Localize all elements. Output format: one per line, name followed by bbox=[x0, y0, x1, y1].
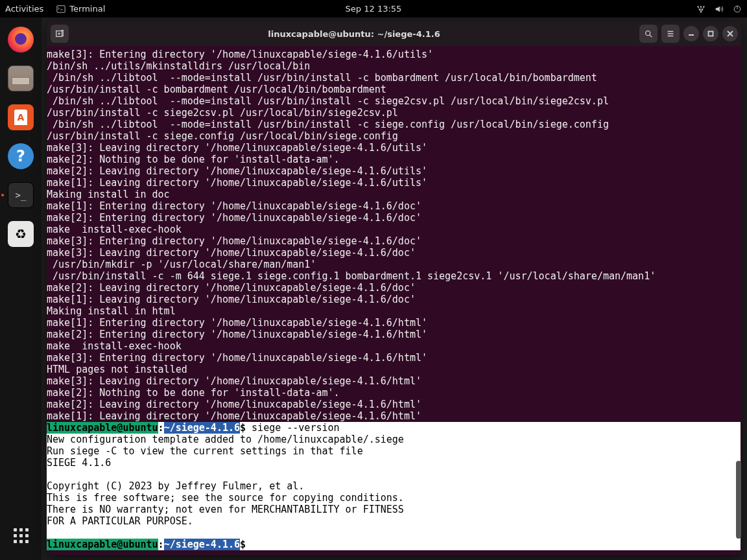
cursor-position[interactable] bbox=[246, 539, 252, 550]
terminal-line: make[2]: Leaving directory '/home/linuxc… bbox=[47, 399, 741, 410]
terminal-line: Making install in html bbox=[47, 305, 741, 317]
terminal-icon: >_ bbox=[8, 182, 34, 208]
terminal-line: There is NO warranty; not even for MERCH… bbox=[47, 504, 741, 515]
maximize-button[interactable] bbox=[703, 26, 718, 41]
terminal-line: make[1]: Entering directory '/home/linux… bbox=[47, 200, 741, 212]
search-icon bbox=[644, 29, 653, 38]
activities-button[interactable]: Activities bbox=[5, 4, 43, 14]
trash-icon: ♻ bbox=[8, 221, 34, 247]
dock: ? >_ ♻ bbox=[0, 18, 42, 560]
minimize-icon bbox=[688, 30, 694, 37]
help-icon: ? bbox=[8, 143, 34, 169]
terminal-line: make[2]: Nothing to be done for 'install… bbox=[47, 387, 741, 399]
terminal-scrollbar[interactable] bbox=[735, 46, 741, 555]
terminal-line: make[1]: Entering directory '/home/linux… bbox=[47, 317, 741, 329]
terminal-line: make[1]: Leaving directory '/home/linuxc… bbox=[47, 410, 741, 422]
command-text: siege --version bbox=[246, 422, 340, 434]
terminal-line: /bin/sh ../libtool --mode=install /usr/b… bbox=[47, 72, 741, 84]
menu-button[interactable] bbox=[661, 25, 680, 43]
terminal-line: /bin/sh ../utils/mkinstalldirs /usr/loca… bbox=[47, 60, 741, 72]
new-tab-icon bbox=[55, 29, 64, 38]
active-app-name: Terminal bbox=[69, 4, 105, 14]
terminal-line: make[2]: Entering directory '/home/linux… bbox=[47, 329, 741, 340]
scrollbar-thumb[interactable] bbox=[736, 461, 741, 539]
maximize-icon bbox=[707, 30, 714, 37]
terminal-line: make[3]: Leaving directory '/home/linuxc… bbox=[47, 247, 741, 259]
terminal-line: make[3]: Leaving directory '/home/linuxc… bbox=[47, 142, 741, 154]
svg-point-9 bbox=[646, 31, 650, 36]
dock-item-files[interactable] bbox=[5, 63, 36, 94]
terminal-line bbox=[47, 469, 741, 480]
gnome-top-bar: Activities Terminal Sep 12 13:55 bbox=[0, 0, 747, 18]
apps-grid-icon bbox=[14, 528, 29, 543]
terminal-selected-block: linuxcapable@ubuntu:~/siege-4.1.6$ siege… bbox=[47, 422, 741, 550]
terminal-line: make install-exec-hook bbox=[47, 340, 741, 352]
terminal-line: /usr/bin/install -c -m 644 siege.1 siege… bbox=[47, 270, 741, 282]
window-titlebar[interactable]: linuxcapable@ubuntu: ~/siege-4.1.6 bbox=[47, 21, 742, 46]
hamburger-icon bbox=[666, 29, 675, 38]
clock[interactable]: Sep 12 13:55 bbox=[346, 4, 402, 14]
search-button[interactable] bbox=[639, 25, 658, 43]
terminal-line: This is free software; see the source fo… bbox=[47, 492, 741, 504]
prompt-dollar: $ bbox=[240, 422, 246, 434]
terminal-line: make[2]: Entering directory '/home/linux… bbox=[47, 212, 741, 224]
dock-item-trash[interactable]: ♻ bbox=[5, 218, 36, 250]
prompt-user: linuxcapable@ubuntu bbox=[47, 422, 158, 434]
window-title: linuxcapable@ubuntu: ~/siege-4.1.6 bbox=[69, 29, 639, 39]
prompt-user: linuxcapable@ubuntu bbox=[47, 539, 158, 550]
terminal-line: make[3]: Entering directory '/home/linux… bbox=[47, 235, 741, 247]
terminal-line: /usr/bin/mkdir -p '/usr/local/share/man/… bbox=[47, 259, 741, 270]
network-icon bbox=[696, 5, 706, 14]
terminal-line: make install-exec-hook bbox=[47, 224, 741, 235]
terminal-line: make[3]: Entering directory '/home/linux… bbox=[47, 352, 741, 364]
firefox-icon bbox=[8, 27, 34, 52]
dock-item-firefox[interactable] bbox=[5, 24, 36, 55]
prompt-path: ~/siege-4.1.6 bbox=[164, 422, 240, 434]
terminal-line: New configuration template added to /hom… bbox=[47, 434, 741, 445]
terminal-line: make[3]: Leaving directory '/home/linuxc… bbox=[47, 375, 741, 387]
terminal-small-icon bbox=[56, 5, 65, 14]
prompt-separator: : bbox=[158, 422, 164, 434]
terminal-window: linuxcapable@ubuntu: ~/siege-4.1.6 bbox=[47, 21, 742, 555]
terminal-line: Run siege -C to view the current setting… bbox=[47, 445, 741, 457]
system-menu[interactable] bbox=[696, 5, 742, 14]
terminal-line: Making install in doc bbox=[47, 189, 741, 200]
close-button[interactable] bbox=[722, 26, 738, 41]
terminal-line: /usr/bin/install -c siege2csv.pl /usr/lo… bbox=[47, 107, 741, 119]
terminal-line: make[1]: Leaving directory '/home/linuxc… bbox=[47, 294, 741, 305]
terminal-line: Copyright (C) 2023 by Jeffrey Fulmer, et… bbox=[47, 480, 741, 492]
terminal-line bbox=[47, 527, 741, 539]
terminal-line: /bin/sh ../libtool --mode=install /usr/b… bbox=[47, 95, 741, 107]
svg-rect-0 bbox=[57, 5, 65, 12]
terminal-content[interactable]: make[3]: Entering directory '/home/linux… bbox=[47, 46, 742, 555]
prompt-path: ~/siege-4.1.6 bbox=[164, 539, 240, 550]
volume-icon bbox=[715, 5, 724, 14]
terminal-line: FOR A PARTICULAR PURPOSE. bbox=[47, 515, 741, 527]
terminal-line: make[2]: Leaving directory '/home/linuxc… bbox=[47, 282, 741, 294]
show-applications-button[interactable] bbox=[5, 520, 36, 551]
terminal-line: make[3]: Entering directory '/home/linux… bbox=[47, 49, 741, 60]
software-icon bbox=[8, 104, 34, 130]
terminal-line: HTML pages not installed bbox=[47, 364, 741, 375]
power-icon bbox=[733, 5, 742, 14]
files-icon bbox=[8, 65, 34, 91]
terminal-line: /bin/sh ../libtool --mode=install /usr/b… bbox=[47, 119, 741, 130]
terminal-line: make[2]: Nothing to be done for 'install… bbox=[47, 154, 741, 165]
svg-rect-10 bbox=[709, 32, 713, 36]
dock-item-help[interactable]: ? bbox=[5, 141, 36, 172]
minimize-button[interactable] bbox=[683, 26, 699, 41]
dock-item-software[interactable] bbox=[5, 102, 36, 133]
terminal-line: make[2]: Leaving directory '/home/linuxc… bbox=[47, 165, 741, 177]
terminal-line: /usr/bin/install -c siege.config /usr/lo… bbox=[47, 130, 741, 142]
prompt-dollar: $ bbox=[240, 539, 246, 550]
active-app-indicator[interactable]: Terminal bbox=[56, 4, 105, 14]
terminal-output: make[3]: Entering directory '/home/linux… bbox=[47, 49, 741, 422]
dock-item-terminal[interactable]: >_ bbox=[5, 180, 36, 211]
terminal-line: make[1]: Leaving directory '/home/linuxc… bbox=[47, 177, 741, 189]
terminal-line: SIEGE 4.1.6 bbox=[47, 457, 741, 469]
new-tab-button[interactable] bbox=[51, 25, 69, 43]
close-icon bbox=[727, 30, 733, 37]
terminal-line: /usr/bin/install -c bombardment /usr/loc… bbox=[47, 84, 741, 95]
prompt-separator: : bbox=[158, 539, 164, 550]
